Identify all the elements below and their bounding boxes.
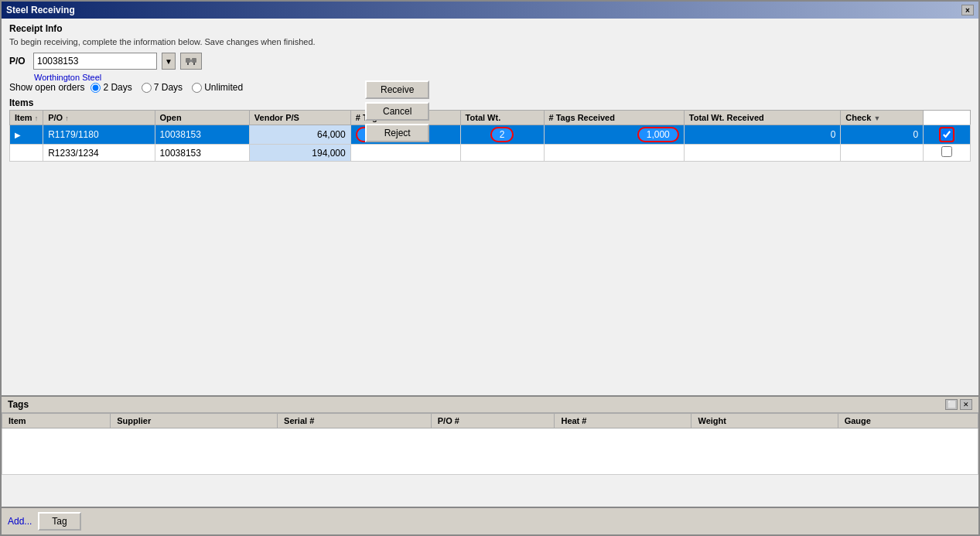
po-search-button[interactable]: [180, 53, 202, 70]
check-input[interactable]: [941, 129, 952, 140]
col-item: Item ↑: [10, 111, 43, 125]
radio-7days-input[interactable]: [142, 83, 152, 93]
items-section: Items Item ↑ P/O ↑ Open: [9, 97, 971, 162]
bottom-bar: Add... Tag: [2, 507, 978, 534]
svg-rect-2: [190, 60, 193, 62]
col-po-sort: ↑: [65, 114, 69, 122]
cancel-button[interactable]: Cancel: [365, 102, 429, 121]
tags-received-cell: 0: [684, 125, 841, 145]
radio-group: 2 Days 7 Days Unlimited: [90, 82, 243, 93]
window-title: Steel Receiving: [6, 5, 75, 15]
radio-unlimited-input[interactable]: [192, 83, 202, 93]
po-cell: 10038153: [155, 145, 249, 162]
open-cell: 194,000: [249, 145, 350, 162]
tag-col-po: P/O #: [431, 414, 555, 428]
col-tags-received: # Tags Received: [544, 111, 684, 125]
receive-button[interactable]: Receive: [365, 80, 429, 99]
item-cell: R1179/1180: [43, 125, 155, 145]
tags-empty-cell: [2, 428, 978, 475]
table-row[interactable]: ▶R1179/11801003815364,00012345621,00000: [10, 125, 971, 145]
binoculars-icon: [184, 54, 198, 68]
tag-col-supplier: Supplier: [111, 414, 278, 428]
items-table: Item ↑ P/O ↑ Open Vendor P/S: [9, 110, 971, 162]
col-total-wt: Total Wt.: [460, 111, 544, 125]
radio-7days[interactable]: 7 Days: [142, 82, 183, 93]
main-window: Steel Receiving × Receipt Info To begin …: [0, 0, 980, 536]
tags-close-icon[interactable]: ✕: [960, 399, 972, 410]
items-header-row: Item ↑ P/O ↑ Open Vendor P/S: [10, 111, 971, 125]
col-open: Open: [155, 111, 249, 125]
show-orders-row: Show open orders 2 Days 7 Days Unlimited: [9, 82, 971, 93]
total-wt-cell: [544, 145, 684, 162]
radio-unlimited[interactable]: Unlimited: [192, 82, 243, 93]
expand-icon[interactable]: ▶: [15, 131, 21, 139]
vendor-ps-cell: [350, 145, 460, 162]
check-input[interactable]: [941, 146, 952, 157]
col-vendor-ps: Vendor P/S: [249, 111, 350, 125]
wt-received-cell: [841, 145, 924, 162]
tags-header-label: Tags: [8, 399, 29, 410]
total-wt-cell: 1,000: [544, 125, 684, 145]
po-label: P/O: [9, 56, 29, 67]
title-bar: Steel Receiving ×: [2, 2, 978, 19]
check-highlight: [939, 127, 954, 142]
instruction-text: To begin receiving, complete the informa…: [9, 37, 971, 46]
tag-col-weight: Weight: [691, 414, 838, 428]
po-dropdown-button[interactable]: ▼: [162, 53, 176, 70]
main-content: Receipt Info To begin receiving, complet…: [2, 19, 978, 506]
svg-rect-3: [187, 63, 189, 65]
check-cell[interactable]: [924, 125, 971, 145]
action-buttons: Receive Cancel Reject: [365, 80, 429, 142]
tags-restore-icon[interactable]: ⬜: [945, 399, 958, 410]
po-cell: 10038153: [155, 125, 249, 145]
items-label: Items: [9, 97, 971, 108]
tags-count-cell: [460, 145, 544, 162]
tags-received-cell: [684, 145, 841, 162]
open-cell: 64,000: [249, 125, 350, 145]
radio-2days-input[interactable]: [90, 83, 101, 93]
vendor-name: Worthington Steel: [34, 73, 971, 82]
show-orders-label: Show open orders: [9, 82, 84, 93]
col-item-sort: ↑: [35, 114, 39, 122]
svg-rect-4: [193, 63, 195, 65]
tag-button[interactable]: Tag: [38, 512, 80, 531]
tags-header: Tags ⬜ ✕: [2, 397, 978, 413]
wt-received-cell: 0: [841, 125, 924, 145]
reject-button[interactable]: Reject: [365, 124, 429, 142]
tags-header-row: Item Supplier Serial # P/O # Heat # Weig…: [2, 414, 978, 428]
col-check: Check ▼: [841, 111, 924, 125]
tags-section: Tags ⬜ ✕ Item Supplier Serial # P/O # He…: [2, 395, 978, 475]
tag-col-serial: Serial #: [278, 414, 432, 428]
add-label[interactable]: Add...: [8, 516, 32, 527]
tags-highlight: 2: [490, 127, 514, 142]
receipt-info-header: Receipt Info: [9, 23, 971, 34]
tag-col-item: Item: [2, 414, 111, 428]
tags-empty-row: [2, 428, 978, 475]
item-cell: R1233/1234: [43, 145, 155, 162]
tag-col-heat: Heat #: [555, 414, 691, 428]
col-po: P/O ↑: [43, 111, 155, 125]
tags-count-cell: 2: [460, 125, 544, 145]
expand-cell[interactable]: [10, 145, 43, 162]
tags-header-icons: ⬜ ✕: [945, 399, 972, 410]
po-row: P/O ▼: [9, 53, 971, 70]
tag-col-gauge: Gauge: [838, 414, 978, 428]
close-button[interactable]: ×: [961, 5, 974, 15]
expand-cell[interactable]: ▶: [10, 125, 43, 145]
po-input[interactable]: [33, 53, 157, 70]
col-total-wt-received: Total Wt. Received: [684, 111, 841, 125]
check-cell[interactable]: [924, 145, 971, 162]
col-check-sort: ▼: [873, 114, 880, 122]
tags-table: Item Supplier Serial # P/O # Heat # Weig…: [2, 413, 978, 475]
wt-highlight: 1,000: [637, 127, 679, 142]
table-row[interactable]: R1233/123410038153194,000: [10, 145, 971, 162]
radio-2days[interactable]: 2 Days: [90, 82, 131, 93]
